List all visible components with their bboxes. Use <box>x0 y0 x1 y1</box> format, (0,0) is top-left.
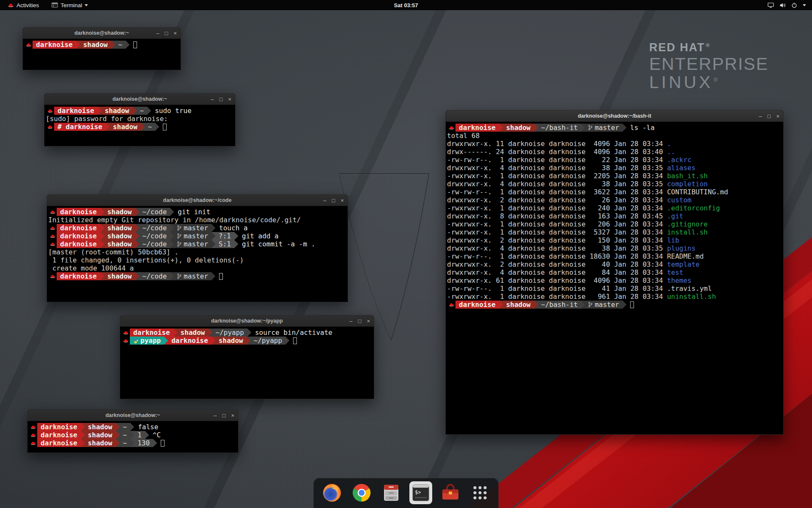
minimize-button[interactable]: – <box>156 30 159 36</box>
file-meta: drwxrwxr-x. 4 darknoise darknoise 84 Jan… <box>447 268 667 276</box>
window-titlebar[interactable]: darknoise@shadow:~–□× <box>23 28 181 39</box>
prompt-segment-path: ~ <box>120 439 131 447</box>
prompt-segment-path: ~/code <box>139 224 170 232</box>
app-menu-terminal[interactable]: Terminal <box>48 0 91 10</box>
window-titlebar[interactable]: darknoise@shadow:~/code–□× <box>47 195 348 206</box>
dock-item-firefox[interactable] <box>321 481 343 504</box>
powerline-separator-icon <box>130 431 134 439</box>
window-titlebar[interactable]: darknoise@shadow:~/pyapp–□× <box>120 315 374 327</box>
terminal-output: total 68 <box>447 132 480 140</box>
powerline-separator-icon <box>534 301 538 309</box>
minimize-button[interactable]: – <box>214 413 217 418</box>
power-icon[interactable] <box>791 2 797 8</box>
window-title: darknoise@shadow:~/pyapp <box>120 318 374 324</box>
close-button[interactable]: × <box>231 413 234 418</box>
system-status-area[interactable] <box>762 0 812 10</box>
maximize-button[interactable]: □ <box>222 413 226 418</box>
top-bar-left: Activities Terminal <box>0 0 91 10</box>
terminal-content[interactable]: darknoiseshadow~/bash-itmasterls -latota… <box>446 122 783 434</box>
volume-icon[interactable] <box>779 3 786 8</box>
segment-text: ~ <box>123 439 127 447</box>
maximize-button[interactable]: □ <box>768 113 771 119</box>
dock-item-files[interactable] <box>380 481 403 504</box>
powerline-separator-icon <box>81 431 85 439</box>
window-titlebar[interactable]: darknoise@shadow:~–□× <box>44 94 235 105</box>
terminal-window-sudo: darknoise@shadow:~–□×darknoiseshadow~sud… <box>44 93 236 146</box>
minimize-button[interactable]: – <box>759 113 762 119</box>
window-title: darknoise@shadow:~ <box>27 412 238 418</box>
window-titlebar[interactable]: darknoise@shadow:~/bash-it–□× <box>446 110 783 122</box>
clock[interactable]: Sat 03:57 <box>394 0 418 10</box>
file-meta: drwxrwxr-x. 61 darknoise darknoise 4096 … <box>447 276 667 284</box>
terminal-cursor <box>163 124 167 130</box>
segment-text: ~ <box>123 423 127 431</box>
terminal-content[interactable]: darknoiseshadow~/codegit initInitialized… <box>47 206 348 302</box>
powerline-separator-icon <box>285 337 289 345</box>
redhat-prompt-icon <box>29 431 37 439</box>
minimize-button[interactable]: – <box>349 318 352 324</box>
activities-button[interactable]: Activities <box>4 0 42 10</box>
minimize-button[interactable]: – <box>323 198 326 203</box>
terminal-line: drwxrwxr-x. 2 darknoise darknoise 40 Jan… <box>447 260 782 268</box>
prompt-segment-user: darknoise <box>455 124 499 132</box>
segment-text: master <box>595 124 619 132</box>
dock-item-chrome[interactable] <box>350 481 373 504</box>
terminal-line: darknoiseshadow~/pyappsource bin/activat… <box>121 329 373 337</box>
window-titlebar[interactable]: darknoise@shadow:~–□× <box>27 410 238 421</box>
terminal-line: -rwxrwxr-x. 1 darknoise darknoise 5327 J… <box>447 228 782 236</box>
command-text: touch a <box>215 224 247 232</box>
terminal-line: drwxrwxr-x. 4 darknoise darknoise 84 Jan… <box>447 268 782 276</box>
terminal-content[interactable]: darknoiseshadow~/pyappsource bin/activat… <box>120 327 374 399</box>
file-name: .. <box>667 148 675 156</box>
dock-item-show-applications[interactable] <box>469 481 491 504</box>
prompt-segment-user: darknoise <box>57 232 100 240</box>
maximize-button[interactable]: □ <box>219 97 223 102</box>
chevron-down-icon[interactable] <box>803 4 806 6</box>
terminal-content[interactable]: darknoiseshadow~falsedarknoiseshadow~1^C… <box>27 421 238 453</box>
terminal-line: [master (root-commit) 50bcb63] . <box>48 248 346 256</box>
redhat-prompt-icon <box>46 123 54 131</box>
minimize-button[interactable]: – <box>211 97 214 102</box>
file-meta: drwxrwxr-x. 11 darknoise darknoise 4096 … <box>447 140 667 148</box>
close-button[interactable]: × <box>340 198 344 203</box>
maximize-button[interactable]: □ <box>358 318 362 324</box>
terminal-line: darknoiseshadow~ <box>24 41 179 49</box>
prompt-segment-gitstat: S:1 <box>215 240 234 248</box>
close-button[interactable]: × <box>228 97 231 102</box>
segment-text: darknoise <box>41 439 77 447</box>
terminal-window-code: darknoise@shadow:~/code–□×darknoiseshado… <box>47 194 348 302</box>
file-name: .editorconfig <box>667 204 720 212</box>
app-grid-icon <box>470 483 490 502</box>
prompt-segment-user: darknoise <box>57 224 100 232</box>
prompt-segment-user: # darknoise <box>54 123 106 131</box>
maximize-button[interactable]: □ <box>165 30 168 36</box>
window-controls: –□× <box>211 94 231 105</box>
powerline-separator-icon <box>211 240 215 248</box>
file-meta: drwxrwxr-x. 4 darknoise darknoise 38 Jan… <box>447 180 667 188</box>
maximize-button[interactable]: □ <box>332 198 335 203</box>
redhat-prompt-icon <box>447 301 455 309</box>
segment-text: darknoise <box>60 208 97 216</box>
prompt-segment-host: shadow <box>503 301 534 309</box>
dock-item-software[interactable] <box>439 481 462 504</box>
segment-text: ~/code <box>143 208 167 216</box>
close-button[interactable]: × <box>776 113 779 119</box>
powerline-separator-icon <box>135 240 139 248</box>
prompt-segment-user: darknoise <box>57 208 100 216</box>
powerline-separator-icon <box>116 439 120 447</box>
command-text: source bin/activate <box>251 329 332 337</box>
file-meta: -rwxrwxr-x. 1 darknoise darknoise 206 Ja… <box>447 220 667 228</box>
segment-text: shadow <box>107 232 132 240</box>
close-button[interactable]: × <box>173 30 177 36</box>
terminal-window-bashit: darknoise@shadow:~/bash-it–□×darknoisesh… <box>445 110 784 435</box>
segment-text: shadow <box>107 240 132 248</box>
terminal-cursor <box>219 273 223 280</box>
terminal-content[interactable]: darknoiseshadow~ <box>23 39 181 70</box>
terminal-content[interactable]: darknoiseshadow~sudo true[sudo] password… <box>44 105 235 146</box>
dock-item-terminal[interactable]: $> <box>409 481 432 504</box>
redhat-prompt-icon <box>48 240 57 248</box>
close-button[interactable]: × <box>367 318 370 324</box>
segment-text: shadow <box>506 124 531 132</box>
display-icon[interactable] <box>768 3 774 8</box>
segment-text: ~/code <box>143 232 167 240</box>
